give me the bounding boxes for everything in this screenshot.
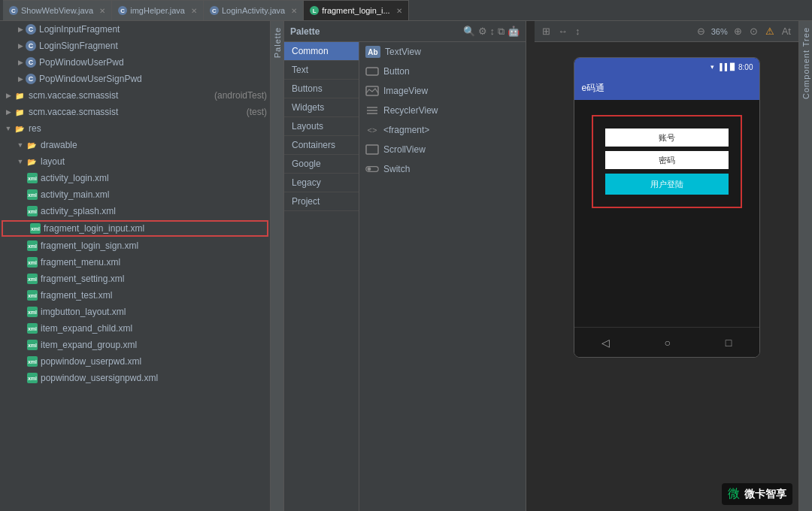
tree-arrow: ▶ (15, 41, 26, 51)
tree-item-fragment-menu[interactable]: xml fragment_menu.xml (0, 254, 270, 271)
tab-icon-loginactivity: C (210, 6, 219, 15)
tree-item-popwindowuserpwd[interactable]: ▶ C PopWindowUserPwd (0, 54, 270, 71)
palette-item-imageview[interactable]: ImageView (359, 81, 526, 101)
login-button[interactable]: 用户登陆 (605, 174, 729, 195)
login-field-username[interactable]: 账号 (605, 129, 729, 147)
palette-item-label-fragment: <fragment> (383, 125, 429, 135)
tree-arrow: ▶ (3, 107, 14, 117)
folder-icon: 📂 (26, 139, 38, 151)
folder-icon: 📂 (14, 122, 26, 135)
tree-item-imgbutton-layout[interactable]: xml imgbutton_layout.xml (0, 304, 270, 320)
tree-item-fragment-login-input[interactable]: xml fragment_login_input.xml (2, 220, 268, 237)
palette-cat-project[interactable]: Project (284, 192, 359, 211)
phone-mockup: ▾ ▐▐ ▉ 8:00 e码通 账号 (574, 57, 760, 358)
palette-item-button[interactable]: Button (359, 62, 526, 81)
cat-label: Buttons (292, 83, 323, 94)
tree-item-activity-login[interactable]: xml activity_login.xml (0, 170, 270, 186)
tree-item-scm-androidtest[interactable]: ▶ 📁 scm.vaccae.scmassist (androidTest) (0, 87, 270, 104)
cat-label: Common (292, 46, 329, 56)
palette-item-textview[interactable]: Ab TextView (359, 42, 526, 62)
nav-back-btn[interactable]: ◁ (601, 337, 610, 349)
cat-label: Project (292, 196, 320, 207)
zoom-in-btn[interactable]: ⊕ (732, 24, 744, 38)
grid-btn[interactable]: ⊞ (541, 24, 552, 38)
tree-item-layout[interactable]: ▼ 📂 layout (0, 153, 270, 170)
arrow-v-btn[interactable]: ↕ (574, 24, 582, 38)
tree-item-drawable[interactable]: ▼ 📂 drawable (0, 137, 270, 153)
palette-cat-common[interactable]: Common (284, 42, 359, 61)
tree-label: res (29, 123, 267, 134)
palette-item-switch[interactable]: Switch (359, 159, 526, 179)
tree-label: fragment_setting.xml (41, 274, 267, 284)
palette-cat-text[interactable]: Text (284, 61, 359, 80)
login-field-password[interactable]: 密码 (605, 151, 729, 169)
palette-item-recyclerview[interactable]: RecyclerView (359, 101, 526, 120)
tree-item-loginsignfragment[interactable]: ▶ C LoginSignFragment (0, 38, 270, 54)
recyclerview-icon (365, 104, 379, 117)
search-icon[interactable]: 🔍 (463, 26, 475, 37)
tree-item-logininputfragment[interactable]: ▶ C LoginInputFragment (0, 21, 270, 38)
tree-item-popwindowusersignpwd[interactable]: ▶ C PopWindowUserSignPwd (0, 71, 270, 87)
tree-item-popwindow-userpwd[interactable]: xml popwindow_userpwd.xml (0, 353, 270, 370)
class-icon: C (26, 57, 36, 68)
palette-item-label-recyclerview: RecyclerView (383, 105, 438, 116)
palette-cat-buttons[interactable]: Buttons (284, 80, 359, 98)
nav-home-btn[interactable]: ○ (665, 337, 671, 349)
tree-item-fragment-setting[interactable]: xml fragment_setting.xml (0, 271, 270, 287)
tree-item-popwindow-usersignpwd[interactable]: xml popwindow_usersignpwd.xml (0, 370, 270, 386)
palette-cat-widgets[interactable]: Widgets (284, 98, 359, 117)
tab-fragment-login-input[interactable]: L fragment_login_i... ✕ (304, 0, 409, 21)
tab-loginactivity[interactable]: C LoginActivity.java ✕ (204, 0, 304, 21)
tree-item-fragment-test[interactable]: xml fragment_test.xml (0, 287, 270, 304)
tab-label-showwebview: ShowWebView.java (21, 6, 93, 15)
palette-item-fragment[interactable]: <> <fragment> (359, 120, 526, 140)
tab-label-imghelper: imgHelper.java (130, 6, 185, 15)
settings-icon[interactable]: ⚙ (478, 26, 487, 37)
component-tree-tab[interactable]: Component Tree (798, 21, 812, 511)
warning-icon[interactable]: ⚠ (764, 24, 776, 38)
xml-icon: xml (27, 189, 38, 200)
tab-imghelper[interactable]: C imgHelper.java ✕ (112, 0, 204, 21)
layers-icon[interactable]: ⧉ (498, 26, 504, 38)
tab-close-loginactivity[interactable]: ✕ (291, 7, 297, 15)
reset-zoom-btn[interactable]: ⊙ (748, 24, 759, 38)
tree-label: drawable (41, 140, 267, 150)
tree-item-scm-test[interactable]: ▶ 📁 scm.vaccae.scmassist (test) (0, 104, 270, 120)
palette-cat-layouts[interactable]: Layouts (284, 117, 359, 136)
tab-icon-imghelper: C (118, 6, 127, 15)
tab-close-showwebview[interactable]: ✕ (99, 7, 105, 15)
android-icon[interactable]: 🤖 (508, 26, 520, 37)
tree-label: activity_main.xml (41, 189, 267, 200)
palette-cat-legacy[interactable]: Legacy (284, 174, 359, 192)
phone-title-bar: e码通 (574, 76, 759, 100)
tab-showwebview[interactable]: C ShowWebView.java ✕ (3, 0, 112, 21)
tree-item-res[interactable]: ▼ 📂 res (0, 120, 270, 137)
zoom-out-btn[interactable]: ⊖ (695, 24, 707, 38)
tree-item-fragment-login-sign[interactable]: xml fragment_login_sign.xml (0, 237, 270, 254)
palette-categories: Common Text Buttons Widgets Layouts (284, 42, 359, 511)
wifi-icon: ▾ (710, 63, 714, 71)
tab-close-imghelper[interactable]: ✕ (191, 7, 197, 15)
tree-item-activity-splash[interactable]: xml activity_splash.xml (0, 203, 270, 219)
tree-item-item-expand-child[interactable]: xml item_expand_child.xml (0, 320, 270, 337)
svg-rect-5 (366, 145, 378, 154)
palette-cat-containers[interactable]: Containers (284, 136, 359, 155)
tree-item-activity-main[interactable]: xml activity_main.xml (0, 186, 270, 203)
tree-item-item-expand-group[interactable]: xml item_expand_group.xml (0, 337, 270, 353)
component-tree-label: Component Tree (801, 27, 810, 99)
tree-arrow: ▶ (3, 90, 14, 101)
palette-toolbar: 🔍 ⚙ ↕ ⧉ 🤖 (463, 26, 520, 38)
xml-icon: xml (27, 307, 38, 317)
palette-item-scrollview[interactable]: ScrollView (359, 140, 526, 159)
palette-tab[interactable]: Palette (271, 21, 284, 511)
sort-icon[interactable]: ↕ (490, 26, 495, 37)
tree-label: fragment_menu.xml (41, 257, 267, 268)
tab-close-fragment-login[interactable]: ✕ (396, 7, 402, 15)
more-btn[interactable]: At (780, 24, 792, 38)
watermark: 微 微卡智享 (722, 483, 792, 505)
palette-cat-google[interactable]: Google (284, 155, 359, 174)
svg-point-7 (367, 168, 371, 171)
arrow-h-btn[interactable]: ↔ (556, 24, 569, 38)
tree-label: PopWindowUserSignPwd (39, 74, 267, 84)
nav-recent-btn[interactable]: □ (726, 337, 732, 349)
